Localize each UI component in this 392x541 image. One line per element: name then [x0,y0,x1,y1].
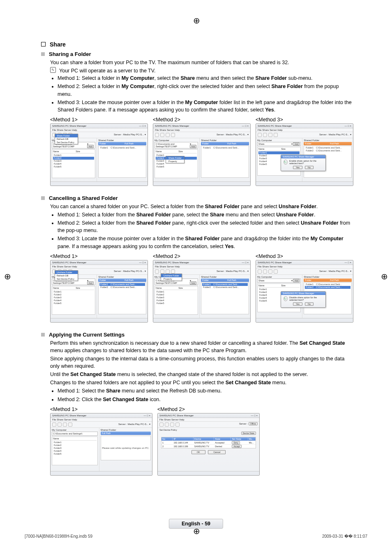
subsection-bullet-icon [41,196,45,200]
screenshot-apply-method2: SAMSUNG PC Share Manager— □ × File Share… [157,413,260,476]
crop-mark-icon: ⊕ [193,16,200,26]
confirm-dialog[interactable]: SAMSUNG PC Share Manager ↻Enable share o… [281,155,326,171]
context-menu[interactable]: Share Folder Property [166,156,184,163]
screenshot-cancel-method1: SAMSUNG PC Share Manager— □ × File Share… [50,260,148,323]
cancel-method1: Method 1: Select a folder from the Share… [58,211,353,218]
method1-label: <Method 1> [50,117,148,123]
subsection-title-sharing: Sharing a Folder [49,51,91,57]
note-icon: ✎ [50,67,56,73]
cancel-button[interactable]: Cancel [208,450,226,454]
screenshot-sharing-method2: SAMSUNG PC Share Manager— □ × File Share… [153,123,251,186]
apply-method1: Method 1: Select the Share menu and sele… [58,387,353,395]
screenshot-cancel-method2: SAMSUNG PC Share Manager— □ × File Share… [153,260,251,323]
sharing-note: Your PC will operate as a server to the … [59,67,155,74]
page-content: Share Sharing a Folder You can share a f… [41,41,353,485]
cancel-intro: You can cancel a shared folder on your P… [50,203,353,210]
apply-method2: Method 2: Click the Set Changed State ic… [58,396,353,403]
crop-mark-icon: ⊕ [4,272,11,281]
screenshot-apply-method1: SAMSUNG PC Share Manager— □ × File Share… [50,413,152,476]
screenshot-sharing-method1: SAMSUNG PC Share Manager— □ × File Share… [50,123,148,186]
sharing-method3: Method 3: Locate the mouse pointer over … [58,99,353,114]
subsection-title-cancel: Cancelling a Shared Folder [49,195,118,201]
screenshot-sharing-method3: SAMSUNG PC Share Manager— □ × File Share… [256,123,353,186]
apply-p3: Until the Set Changed State menu is sele… [50,371,353,378]
print-metadata: [7000-NA]BN68-01988H-Eng.indb 59 2009-03… [25,534,367,539]
sharing-intro: You can share a folder from your PC to t… [50,59,353,66]
cancel-method2-label: <Method 2> [153,253,251,259]
apply-method1-label: <Method 1> [50,406,152,412]
context-menu[interactable]: Unshare Folder Property [161,274,182,281]
no-button[interactable]: No [305,166,314,169]
cancel-method3-label: <Method 3> [256,253,353,259]
share-menu-dropdown[interactable]: Share Folder Refresh DB Set Device Polic… [55,134,78,144]
screenshot-cancel-method3: SAMSUNG PC Share Manager— □ × File Share… [256,260,353,323]
print-file: [7000-NA]BN68-01988H-Eng.indb 59 [25,534,92,539]
subsection-bullet-icon [41,333,45,337]
apply-p4: Changes to the shared folders are not ap… [50,379,353,386]
apply-method2-label: <Method 2> [157,406,260,412]
page-footer: English - 59 [169,519,223,529]
sharing-method1: Method 1: Select a folder in My Computer… [58,74,353,82]
section-title: Share [50,41,66,48]
cancel-method3: Method 3: Locate the mouse pointer over … [58,235,353,250]
apply-p1: Perform this when synchronization is nec… [50,339,353,354]
apply-p2: Since applying changes to the internal d… [50,355,353,370]
subsection-bullet-icon [41,52,45,56]
section-bullet-icon [41,42,46,46]
yes-button[interactable]: Yes [293,302,302,306]
method2-label: <Method 2> [153,117,251,123]
ok-button[interactable]: OK [191,450,205,454]
cancel-method1-label: <Method 1> [50,253,148,259]
crop-mark-icon: ⊕ [381,272,388,281]
sharing-method2: Method 2: Select a folder in My Computer… [58,83,353,98]
cancel-method2: Method 2: Select a folder from the Share… [58,219,353,234]
print-timestamp: 2009-03-31 �� 8:11:07 [322,534,367,539]
method3-label: <Method 3> [256,117,353,123]
confirm-dialog[interactable]: SAMSUNG PC Share Manager ↻Disable share … [281,291,326,308]
no-button[interactable]: No [305,302,314,306]
yes-button[interactable]: Yes [293,166,302,169]
share-menu-dropdown[interactable]: Unshare Folder Refresh DB Set Device Pol… [55,270,78,281]
subsection-title-apply: Applying the Current Settings [49,332,125,338]
